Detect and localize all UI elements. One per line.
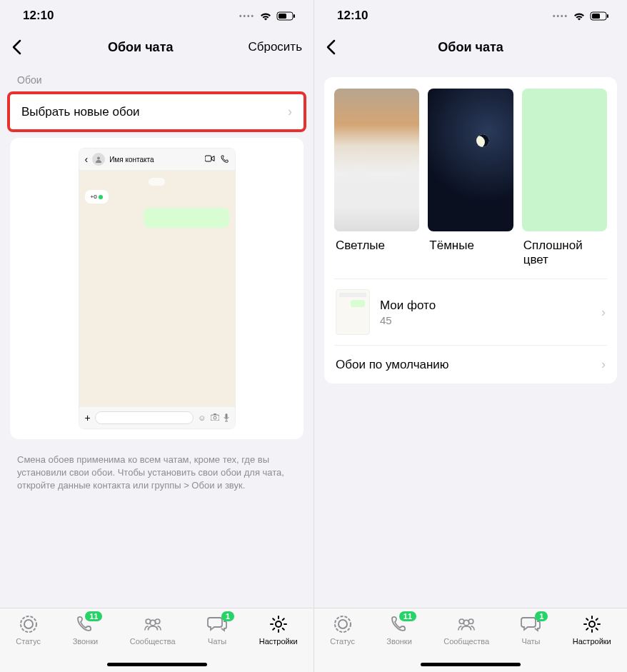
day-pill bbox=[149, 178, 166, 186]
phone-icon bbox=[221, 155, 229, 164]
category-light[interactable]: Светлые bbox=[334, 89, 419, 279]
nav-header: Обои чата bbox=[314, 31, 627, 63]
tab-chats-label: Чаты bbox=[521, 637, 540, 646]
svg-point-3 bbox=[97, 157, 100, 160]
status-indicators: •••• bbox=[553, 11, 610, 21]
status-dot-icon bbox=[99, 195, 103, 199]
wifi-icon bbox=[573, 11, 586, 21]
chats-badge: 1 bbox=[535, 611, 548, 621]
svg-rect-16 bbox=[592, 14, 600, 19]
chat-back-icon: ‹ bbox=[85, 154, 89, 165]
my-photos-row[interactable]: Мои фото 45 › bbox=[334, 279, 607, 345]
tab-calls-label: Звонки bbox=[386, 637, 412, 646]
incoming-text: +0 bbox=[91, 194, 97, 200]
svg-point-22 bbox=[463, 620, 468, 625]
sticker-icon: ☺ bbox=[198, 413, 206, 422]
nav-title: Обои чата bbox=[33, 40, 248, 55]
status-bar: 12:10 •••• bbox=[314, 0, 627, 31]
video-icon bbox=[205, 155, 215, 162]
back-button[interactable] bbox=[11, 39, 33, 55]
svg-rect-2 bbox=[294, 14, 295, 18]
tab-calls-label: Звонки bbox=[73, 637, 99, 646]
home-indicator[interactable] bbox=[421, 663, 521, 666]
svg-point-14 bbox=[276, 621, 281, 627]
my-photos-info: Мои фото 45 bbox=[380, 299, 591, 326]
my-photos-title: Мои фото bbox=[380, 299, 591, 313]
tab-settings[interactable]: Настройки bbox=[259, 614, 298, 672]
tab-status-label: Статус bbox=[16, 637, 41, 646]
tab-chats[interactable]: 1 Чаты bbox=[521, 614, 541, 672]
settings-icon bbox=[269, 614, 289, 634]
camera-icon bbox=[211, 413, 219, 422]
incoming-bubble: +0 bbox=[85, 190, 109, 204]
default-wallpaper-row[interactable]: Обои по умолчанию › bbox=[334, 345, 607, 383]
tab-status[interactable]: Статус bbox=[16, 614, 41, 672]
chat-input-bar: + ☺ bbox=[79, 406, 235, 428]
dark-label: Тёмные bbox=[428, 231, 513, 264]
chat-preview: ‹ Имя контакта +0 + bbox=[79, 148, 236, 429]
svg-rect-17 bbox=[607, 14, 608, 18]
section-header-wallpaper: Обои bbox=[0, 63, 314, 91]
calls-icon: 11 bbox=[75, 614, 95, 634]
tab-status-label: Статус bbox=[330, 637, 355, 646]
svg-point-23 bbox=[589, 621, 595, 627]
mic-icon bbox=[224, 413, 229, 422]
tab-communities-label: Сообщества bbox=[443, 637, 489, 646]
solid-label: Сплошной цвет bbox=[522, 231, 607, 279]
cellular-icon: •••• bbox=[239, 12, 255, 20]
svg-point-9 bbox=[21, 616, 36, 632]
status-time: 12:10 bbox=[23, 9, 54, 23]
chevron-right-icon: › bbox=[288, 104, 292, 119]
home-indicator[interactable] bbox=[107, 663, 207, 666]
tab-settings[interactable]: Настройки bbox=[573, 614, 611, 672]
tab-calls[interactable]: 11 Звонки bbox=[386, 614, 412, 672]
communities-icon bbox=[456, 614, 476, 634]
my-photos-thumbnail bbox=[336, 289, 370, 335]
chevron-right-icon: › bbox=[601, 305, 606, 320]
screen-wallpaper-picker: 12:10 •••• Обои чата Светлые Тёмные Спл bbox=[314, 0, 627, 672]
svg-point-13 bbox=[150, 620, 155, 625]
settings-icon bbox=[582, 614, 602, 634]
status-bar: 12:10 •••• bbox=[0, 0, 314, 31]
battery-icon bbox=[590, 11, 610, 21]
light-thumbnail bbox=[334, 89, 419, 231]
tab-chats[interactable]: 1 Чаты bbox=[207, 614, 227, 672]
wallpaper-categories-card: Светлые Тёмные Сплошной цвет Мои фото 45… bbox=[324, 77, 617, 383]
status-time: 12:10 bbox=[337, 9, 368, 23]
svg-rect-5 bbox=[211, 415, 219, 421]
tab-bar: Статус 11 Звонки Сообщества 1 Чаты bbox=[314, 608, 627, 672]
tab-settings-label: Настройки bbox=[259, 637, 298, 646]
status-icon bbox=[333, 614, 353, 634]
chat-input-field bbox=[95, 411, 194, 424]
back-button[interactable] bbox=[326, 39, 347, 55]
chats-icon: 1 bbox=[207, 614, 227, 634]
choose-new-wallpaper-cell[interactable]: Выбрать новые обои › bbox=[7, 91, 306, 132]
calls-badge: 11 bbox=[85, 611, 102, 621]
nav-header: Обои чата Сбросить bbox=[0, 31, 314, 63]
avatar-icon bbox=[92, 153, 105, 166]
tab-calls[interactable]: 11 Звонки bbox=[73, 614, 99, 672]
category-grid: Светлые Тёмные Сплошной цвет bbox=[334, 89, 607, 279]
default-wallpaper-label: Обои по умолчанию bbox=[336, 358, 449, 372]
choose-new-wallpaper-label: Выбрать новые обои bbox=[21, 105, 140, 119]
svg-point-10 bbox=[24, 620, 33, 628]
svg-rect-1 bbox=[279, 14, 286, 19]
footer-note: Смена обоев применима ко всем чатам, кро… bbox=[0, 445, 314, 501]
chat-preview-card: ‹ Имя контакта +0 + bbox=[10, 138, 304, 439]
svg-point-18 bbox=[335, 616, 351, 632]
category-dark[interactable]: Тёмные bbox=[428, 89, 513, 279]
svg-point-6 bbox=[214, 416, 216, 419]
wifi-icon bbox=[259, 11, 272, 21]
chat-preview-body: +0 bbox=[79, 171, 235, 406]
screen-wallpaper-main: 12:10 •••• Обои чата Сбросить Обои Выбра… bbox=[0, 0, 314, 672]
tab-status[interactable]: Статус bbox=[330, 614, 355, 672]
tab-settings-label: Настройки bbox=[573, 637, 611, 646]
status-icon bbox=[19, 614, 39, 634]
tab-communities-label: Сообщества bbox=[130, 637, 176, 646]
add-icon: + bbox=[85, 412, 91, 423]
chats-badge: 1 bbox=[221, 611, 234, 621]
reset-button[interactable]: Сбросить bbox=[248, 40, 302, 54]
battery-icon bbox=[276, 11, 296, 21]
nav-title: Обои чата bbox=[347, 40, 594, 55]
category-solid[interactable]: Сплошной цвет bbox=[522, 89, 607, 279]
